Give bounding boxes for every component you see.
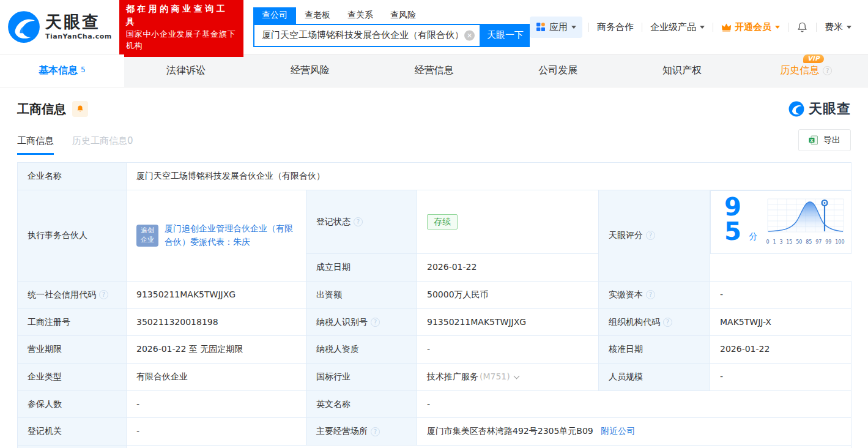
table-row: 执行事务合伙人 追创 企业 厦门追创企业管理合伙企业（有限合伙）委派代表：朱庆 … (18, 190, 851, 254)
table-row: 经营范围 ? 一般项目：科技推广和应用服务；技术服务、技术开发、技术咨询、技术交… (18, 446, 851, 448)
brand-name: 天眼查 (45, 13, 112, 31)
business-cooperation-link[interactable]: 商务合作 (589, 21, 642, 33)
help-icon[interactable]: ? (646, 290, 655, 299)
search-tab-risk[interactable]: 查风险 (382, 7, 425, 24)
table-row: 营业期限 2026-01-22 至 无固定期限 纳税人资质 - 核准日期 202… (18, 336, 851, 364)
english-name-label: 英文名称 (306, 390, 417, 418)
search-tabs: 查公司 查老板 查关系 查风险 (253, 7, 530, 24)
open-vip-menu[interactable]: 开通会员 (713, 21, 788, 33)
excel-icon: X (809, 135, 818, 145)
paid-capital-label: 实缴资本 ? (599, 281, 710, 308)
business-scope-value: 一般项目：科技推广和应用服务；技术服务、技术开发、技术咨询、技术交流、技术转让、… (127, 446, 851, 448)
notifications-button[interactable] (788, 21, 816, 33)
logo-text: 天眼查 TianYanCha.com (45, 13, 112, 40)
tianyan-score-label: 天眼评分 ? (599, 190, 710, 281)
insured-count-label: 参保人数 (18, 390, 127, 418)
tab-basic-info[interactable]: 基本信息 5 (0, 54, 124, 87)
export-label: 导出 (823, 135, 840, 146)
help-icon[interactable]: ? (371, 318, 380, 327)
premises-label: 主要经营场所 ? (306, 418, 417, 446)
enterprise-products-label: 企业级产品 (650, 21, 696, 33)
approval-date-label: 核准日期 (599, 336, 710, 364)
search-input[interactable] (253, 24, 481, 47)
table-row: 登记机关 - 主要经营场所 ? 厦门市集美区杏林湾路492号2305单元B09 … (18, 418, 851, 446)
insured-count-value: - (127, 390, 306, 418)
approval-date-value: 2026-01-22 (710, 336, 851, 364)
subscribe-alert-button[interactable] (72, 101, 88, 117)
apps-menu[interactable]: 应用 (530, 17, 582, 38)
enterprise-products-menu[interactable]: 企业级产品 (642, 21, 713, 33)
tab-intellectual-property[interactable]: 知识产权 (620, 54, 744, 87)
search-input-wrap: ✕ (253, 24, 481, 47)
slogan-line2: 国家中小企业发展子基金旗下机构 (126, 28, 237, 52)
search-tab-boss[interactable]: 查老板 (296, 7, 339, 24)
slogan-line1: 都在用的商业查询工具 (126, 2, 237, 28)
credit-code-value: 91350211MAK5TWJJXG (127, 281, 306, 308)
org-code-label: 组织机构代码 ? (599, 308, 710, 336)
tab-label: 法律诉讼 (166, 64, 206, 77)
help-icon[interactable]: ? (823, 66, 832, 75)
table-row: 统一社会信用代码 ? 91350211MAK5TWJJXG 出资额 50000万… (18, 281, 851, 308)
subtab-business-info[interactable]: 工商信息 (17, 135, 54, 155)
industry-label: 国标行业 (306, 363, 417, 390)
help-icon[interactable]: ? (663, 318, 672, 327)
tab-operating-info[interactable]: 经营信息 (372, 54, 496, 87)
help-icon[interactable]: ? (354, 217, 363, 226)
help-icon[interactable]: ? (371, 427, 380, 436)
subtab-history-business-info[interactable]: 历史工商信息0 (72, 135, 133, 155)
search-row: ✕ 天眼一下 (253, 24, 530, 47)
tab-label: 公司发展 (538, 64, 577, 77)
tab-label: 经营风险 (291, 64, 330, 77)
premises-value: 厦门市集美区杏林湾路492号2305单元B09 附近公司 (417, 418, 851, 446)
clear-search-icon[interactable]: ✕ (464, 30, 475, 40)
help-icon[interactable]: ? (646, 231, 655, 240)
reg-authority-label: 登记机关 (18, 418, 127, 446)
nearby-companies-link[interactable]: 附近公司 (601, 426, 635, 436)
taxpayer-id-label: 纳税人识别号 ? (306, 308, 417, 336)
bell-icon (796, 21, 808, 33)
chevron-down-icon[interactable] (513, 373, 519, 379)
reg-number-label: 工商注册号 (18, 308, 127, 336)
subtabs-row: 工商信息 历史工商信息0 X 导出 (17, 129, 851, 155)
industry-value: 技术推广服务(M751) (417, 363, 599, 390)
user-account-menu[interactable]: 费米 (817, 21, 859, 33)
partner-type-badge: 追创 企业 (136, 225, 158, 247)
tab-count-badge: 5 (81, 65, 86, 74)
help-icon[interactable]: ? (99, 290, 108, 299)
tab-label: 经营信息 (415, 64, 454, 77)
search-button[interactable]: 天眼一下 (481, 24, 530, 47)
watermark-brand: 天眼查 (809, 100, 851, 118)
business-info-section: 工商信息 天眼查 工商信息 历史工商信息0 (0, 88, 868, 448)
section-title: 工商信息 (17, 101, 66, 118)
reg-status-label: 登记状态 ? (306, 190, 417, 254)
company-name-label: 企业名称 (18, 163, 127, 190)
tianyan-score-value: 95 分 (710, 190, 851, 254)
company-nav-tabs: 基本信息 5 法律诉讼 经营风险 经营信息 公司发展 知识产权 历史信息 VIP… (0, 54, 868, 88)
industry-code: (M751) (480, 371, 510, 381)
tab-company-development[interactable]: 公司发展 (496, 54, 620, 87)
tab-operating-risk[interactable]: 经营风险 (248, 54, 372, 87)
company-name-value: 厦门天空工场博铭科技发展合伙企业（有限合伙） (127, 163, 851, 190)
staff-size-label: 人员规模 (599, 363, 710, 390)
table-row: 企业名称 厦门天空工场博铭科技发展合伙企业（有限合伙） (18, 163, 851, 190)
chevron-down-icon (571, 26, 576, 31)
tab-history-info[interactable]: 历史信息 VIP ? (744, 54, 868, 87)
search-tab-company[interactable]: 查公司 (253, 7, 296, 24)
company-type-value: 有限合伙企业 (127, 363, 306, 390)
score-axis-ticks: 0131550859799100 (766, 239, 845, 246)
capital-value: 50000万人民币 (417, 281, 599, 308)
taxpayer-quality-label: 纳税人资质 (306, 336, 417, 364)
username: 费米 (825, 21, 843, 33)
business-info-table: 企业名称 厦门天空工场博铭科技发展合伙企业（有限合伙） 执行事务合伙人 追创 企… (17, 162, 851, 448)
slogan-banner: 都在用的商业查询工具 国家中小企业发展子基金旗下机构 (119, 0, 243, 57)
business-term-value: 2026-01-22 至 无固定期限 (127, 336, 306, 364)
tab-legal-proceedings[interactable]: 法律诉讼 (124, 54, 248, 87)
managing-partner-link[interactable]: 厦门追创企业管理合伙企业（有限合伙）委派代表：朱庆 (165, 222, 296, 248)
taxpayer-quality-value: - (417, 336, 599, 364)
tab-label: 知识产权 (662, 64, 702, 77)
search-tab-relation[interactable]: 查关系 (339, 7, 382, 24)
establish-date-value: 2026-01-22 (417, 254, 599, 282)
export-button[interactable]: X 导出 (798, 129, 851, 151)
site-logo[interactable]: 天眼查 TianYanCha.com (7, 10, 112, 43)
apps-grid-icon (536, 22, 546, 32)
